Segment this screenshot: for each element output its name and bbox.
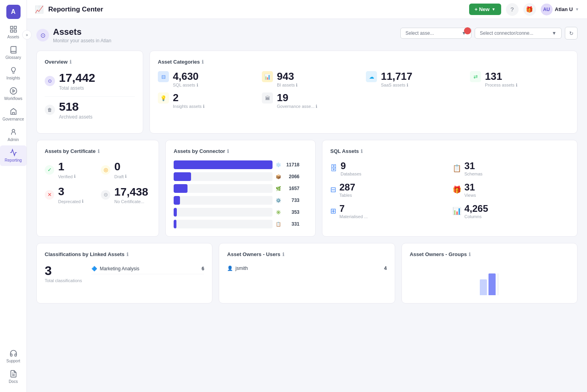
dbtcloud-val: 353 [283, 209, 299, 215]
connector-filter[interactable]: Select connector/conne... ▼ [475, 28, 562, 39]
governance-category-icon: 🏛 [262, 92, 273, 104]
headset-icon [9, 349, 17, 357]
total-assets-values: 17,442 Total assets [59, 71, 95, 91]
databases-count: 9 [341, 160, 362, 172]
new-button-label: + New [475, 6, 490, 12]
sql-assets-info-icon: ℹ [361, 149, 363, 154]
views-label: Views [464, 193, 476, 198]
sidebar-item-reporting[interactable]: Reporting [0, 145, 27, 166]
insights-info-icon: ℹ [203, 104, 205, 109]
page-title-group: ⊙ Assets Monitor your assets in Atlan [36, 27, 111, 43]
connector-bar-other: 📋 331 [174, 220, 307, 228]
cert-none: ⊝ 17,438 No Certificate... [101, 185, 151, 204]
row-third: Classifications by Linked Assets ℹ 3 Tot… [36, 243, 578, 303]
insights-category-icon: 💡 [158, 92, 169, 104]
chevron-down-icon: ▼ [492, 7, 496, 11]
assets-page-icon: ⊙ [36, 29, 49, 41]
cert-deprecated: ✕ 3 Deprecated ℹ [45, 185, 95, 204]
sql-label: SQL assets ℹ [173, 83, 199, 88]
tableau-val: 733 [283, 198, 299, 203]
classif-count: 6 [202, 266, 205, 271]
grid-icon [9, 25, 17, 33]
topbar: 📈 Reporting Center + New ▼ ? 🎁 AU Atlan … [27, 0, 587, 19]
reporting-center-icon: 📈 [35, 5, 44, 14]
file-text-icon [9, 370, 17, 378]
draft-info-icon: ℹ [125, 174, 127, 179]
bigquery-val: 1657 [283, 186, 299, 191]
sidebar-collapse-btn[interactable]: » [22, 30, 32, 40]
classifications-title: Classifications by Linked Assets ℹ [45, 251, 204, 257]
page-title-text-group: Assets Monitor your assets in Atlan [53, 27, 111, 43]
governance-label: Governance asse... ℹ [277, 104, 317, 109]
app-logo[interactable]: A [6, 5, 21, 19]
total-assets-count: 17,442 [59, 71, 95, 85]
bi-info-icon: ℹ [296, 83, 297, 87]
user-label: Atlan U [555, 6, 573, 12]
sidebar-item-insights[interactable]: Insights [0, 63, 27, 84]
card-sql: SQL Assets ℹ 🗄 9 Databases 📋 [322, 140, 578, 237]
materialised-count: 7 [339, 203, 368, 214]
sidebar-item-glossary[interactable]: Glossary [0, 43, 27, 63]
main-panel: 📈 Reporting Center + New ▼ ? 🎁 AU Atlan … [27, 0, 587, 392]
svg-rect-1 [14, 26, 16, 29]
classif-total-label: Total classifications [45, 278, 82, 283]
card-connector: Assets by Connector ℹ ❄️ 11718 [165, 140, 316, 237]
category-saas: ☁ 11,717 SaaS assets ℹ [366, 71, 465, 88]
snowflake-val: 11718 [283, 162, 299, 168]
connector-bar-snowflake: ❄️ 11718 [174, 160, 307, 169]
databases-icon: 🗄 [330, 164, 337, 173]
databases-label: Databases [341, 172, 362, 176]
sidebar-item-docs[interactable]: Docs [0, 367, 27, 387]
sidebar-item-docs-label: Docs [9, 379, 18, 384]
overview-info-icon: ℹ [70, 59, 72, 65]
verified-count: 1 [58, 160, 76, 173]
deprecated-count: 3 [58, 185, 83, 198]
sidebar-item-workflows[interactable]: Workflows [0, 84, 27, 104]
sql-schemas: 📋 31 Schemas [453, 160, 569, 176]
governance-info-icon: ℹ [316, 104, 317, 109]
classif-total-block: 3 Total classifications [45, 264, 82, 283]
saas-count: 11,717 [381, 71, 413, 81]
asset-type-filter[interactable]: Select asse... ▼ [400, 28, 471, 39]
sidebar-item-governance[interactable]: Governance [0, 104, 27, 125]
sidebar-item-admin[interactable]: Admin [0, 125, 27, 145]
divider [45, 96, 135, 97]
svg-rect-2 [10, 30, 13, 32]
sidebar-item-support[interactable]: Support [0, 346, 27, 367]
groups-chart [480, 271, 499, 295]
avatar: AU [541, 4, 553, 15]
sql-count: 4,630 [173, 71, 199, 81]
classif-info-icon: ℹ [127, 252, 129, 257]
schemas-icon: 📋 [453, 164, 461, 173]
svg-point-4 [10, 88, 17, 94]
connector-bar-dbt: 📦 2066 [174, 172, 307, 181]
page-title: Assets [53, 27, 111, 37]
cert-info-icon: ℹ [98, 149, 100, 154]
snowflake-bar-fill [174, 160, 273, 169]
tables-icon: ⊟ [330, 185, 336, 194]
help-button[interactable]: ? [506, 3, 519, 16]
sidebar-item-workflows-label: Workflows [4, 96, 23, 101]
help-button-wrapper: ? [506, 3, 519, 16]
gift-button[interactable]: 🎁 [523, 3, 536, 16]
process-info-icon: ℹ [516, 83, 517, 87]
chart-line-icon [9, 149, 17, 156]
user-cog-icon [9, 128, 17, 136]
connector-info-icon: ℹ [227, 149, 229, 154]
card-owners-users: Asset Owners - Users ℹ 👤 jsmith 4 [219, 243, 395, 303]
saas-label: SaaS assets ℹ [381, 83, 413, 88]
category-process: ⇄ 131 Process assets ℹ [470, 71, 569, 88]
gift-button-wrapper: 🎁 [523, 3, 536, 16]
card-overview: Overview ℹ ⊙ 17,442 Total assets 🗑 518 A… [36, 51, 143, 134]
process-label: Process assets ℹ [485, 83, 517, 88]
new-button[interactable]: + New ▼ [469, 4, 501, 15]
verified-label: Verified ℹ [58, 174, 76, 179]
refresh-button[interactable]: ↻ [565, 27, 578, 40]
tables-count: 287 [339, 182, 355, 193]
svg-point-6 [12, 129, 15, 132]
sidebar-item-admin-label: Admin [8, 138, 19, 142]
user-icon: 👤 [227, 266, 233, 271]
topbar-title: Reporting Center [48, 6, 103, 13]
user-menu-button[interactable]: AU Atlan U ▼ [541, 4, 579, 15]
page-subtitle: Monitor your assets in Atlan [53, 38, 111, 43]
